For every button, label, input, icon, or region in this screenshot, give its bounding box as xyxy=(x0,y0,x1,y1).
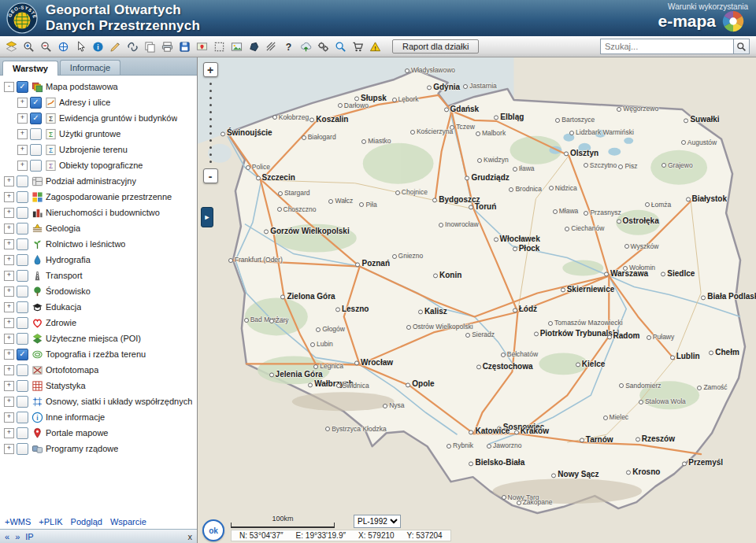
expander-icon[interactable]: + xyxy=(17,113,28,124)
layer-label[interactable]: Zdrowie xyxy=(46,318,76,327)
layer-checkbox[interactable] xyxy=(30,144,42,156)
layer-checkbox[interactable]: ✓ xyxy=(30,97,42,109)
layer-label[interactable]: Obiekty topograficzne xyxy=(59,161,143,170)
expander-icon[interactable]: + xyxy=(17,98,28,108)
expander-icon[interactable]: + xyxy=(4,397,14,407)
frame-icon[interactable] xyxy=(211,39,228,55)
zoom-level-dot[interactable] xyxy=(209,111,212,113)
podglad-link[interactable]: Podgląd xyxy=(71,517,102,526)
info-icon[interactable]: i xyxy=(90,39,106,55)
expander-icon[interactable]: + xyxy=(17,145,28,155)
zoom-level-dot[interactable] xyxy=(209,153,212,156)
layer-label[interactable]: Portale mapowe xyxy=(46,428,109,438)
expander-icon[interactable]: + xyxy=(4,349,14,360)
layer-checkbox[interactable] xyxy=(17,270,28,282)
copy-icon[interactable] xyxy=(142,39,158,55)
layer-label[interactable]: Ortofotomapa xyxy=(46,365,98,375)
pointer-icon[interactable] xyxy=(72,39,89,55)
settings-icon[interactable] xyxy=(315,39,332,55)
zoom-level-dot[interactable] xyxy=(209,104,212,106)
tab-informacje[interactable]: Informacje xyxy=(60,60,120,75)
zoom-level-dot[interactable] xyxy=(209,161,212,163)
parcel-report-button[interactable]: Raport dla działki xyxy=(392,39,479,54)
zoom-level-dot[interactable] xyxy=(209,118,212,120)
layers-icon[interactable] xyxy=(3,39,20,55)
layer-label[interactable]: Nieruchomości i budownictwo xyxy=(46,208,160,217)
layer-checkbox[interactable] xyxy=(17,364,28,376)
layer-checkbox[interactable] xyxy=(17,333,28,345)
layer-checkbox[interactable] xyxy=(30,128,42,140)
layer-checkbox[interactable] xyxy=(17,317,28,329)
zoom-out-button[interactable]: - xyxy=(203,168,218,183)
layer-label[interactable]: Rolnictwo i leśnictwo xyxy=(46,239,125,249)
plik-link[interactable]: +PLIK xyxy=(39,517,62,526)
layer-checkbox[interactable] xyxy=(17,238,28,250)
hatch-icon[interactable] xyxy=(263,39,280,55)
layer-checkbox[interactable] xyxy=(17,254,28,266)
expander-icon[interactable]: + xyxy=(4,318,14,328)
zoom-level-dot[interactable] xyxy=(209,139,212,142)
expander-icon[interactable]: + xyxy=(4,365,14,375)
ok-button[interactable]: ok xyxy=(202,519,224,541)
layer-label[interactable]: Uzbrojenie terenu xyxy=(59,145,128,154)
panel-collapse-button[interactable]: ► xyxy=(201,207,213,227)
layer-checkbox[interactable] xyxy=(30,160,42,172)
zoom-level-dot[interactable] xyxy=(209,83,212,85)
history-back-link[interactable]: « xyxy=(5,532,9,541)
expander-icon[interactable]: + xyxy=(4,286,14,297)
layer-label[interactable]: Ewidencja gruntów i budynków xyxy=(59,113,177,123)
projection-select[interactable]: PL-1992 xyxy=(354,515,401,528)
cloud-upload-icon[interactable] xyxy=(298,39,314,55)
layer-label[interactable]: Edukacja xyxy=(46,302,81,312)
expander-icon[interactable]: + xyxy=(4,239,14,249)
expander-icon[interactable]: + xyxy=(4,412,14,423)
layer-checkbox[interactable] xyxy=(17,301,28,313)
expander-icon[interactable]: + xyxy=(4,208,14,218)
layer-label[interactable]: Środowisko xyxy=(46,286,91,296)
expander-icon[interactable]: + xyxy=(4,176,14,187)
zoom-level-dot[interactable] xyxy=(209,90,212,92)
map-export-icon[interactable] xyxy=(194,39,210,55)
layer-checkbox[interactable] xyxy=(17,191,28,203)
save-icon[interactable] xyxy=(176,39,193,55)
layer-label[interactable]: Użyteczne miejsca (POI) xyxy=(46,334,141,343)
layer-label[interactable]: Adresy i ulice xyxy=(59,98,110,107)
wms-link[interactable]: +WMS xyxy=(5,517,31,526)
expander-icon[interactable]: + xyxy=(4,302,14,312)
layer-label[interactable]: Inne informacje xyxy=(46,412,105,422)
zoom-level-dot[interactable] xyxy=(209,146,212,149)
search-input[interactable] xyxy=(600,39,733,54)
zoom-level-dot[interactable] xyxy=(209,125,212,127)
emapa-brand[interactable]: e-mapa xyxy=(658,9,745,33)
zoom-level-dot[interactable] xyxy=(209,97,212,99)
expander-icon[interactable]: + xyxy=(4,444,14,454)
layer-label[interactable]: Podział administracyjny xyxy=(46,176,136,186)
expander-icon[interactable]: + xyxy=(17,129,28,139)
polygon-icon[interactable] xyxy=(246,39,262,55)
search-button[interactable] xyxy=(733,39,750,54)
layer-checkbox[interactable] xyxy=(17,380,28,392)
alert-icon[interactable]: ! xyxy=(367,39,384,55)
layer-label[interactable]: Osnowy, siatki i układy współrzędnych xyxy=(46,397,192,406)
layer-label[interactable]: Mapa podstawowa xyxy=(46,82,118,91)
layer-label[interactable]: Zagospodarowanie przestrzenne xyxy=(46,192,172,201)
history-forward-link[interactable]: » xyxy=(15,532,20,541)
terms-link[interactable]: Warunki wykorzystania xyxy=(668,2,748,11)
layer-label[interactable]: Użytki gruntowe xyxy=(59,129,120,139)
layer-checkbox[interactable]: ✓ xyxy=(30,113,42,124)
layer-checkbox[interactable]: ✓ xyxy=(17,81,28,93)
expander-icon[interactable]: + xyxy=(17,161,28,171)
layer-label[interactable]: Geologia xyxy=(46,223,80,233)
layer-checkbox[interactable] xyxy=(17,223,28,235)
panel-close-button[interactable]: x xyxy=(188,532,193,541)
layer-label[interactable]: Transport xyxy=(46,271,83,280)
expander-icon[interactable]: + xyxy=(4,223,14,234)
zoom-slider[interactable] xyxy=(209,77,212,168)
expander-icon[interactable]: + xyxy=(4,271,14,281)
layer-checkbox[interactable] xyxy=(17,427,28,439)
layer-checkbox[interactable] xyxy=(17,175,28,187)
expander-icon[interactable]: + xyxy=(4,381,14,391)
image-icon[interactable] xyxy=(228,39,245,55)
measure-icon[interactable] xyxy=(107,39,124,55)
layer-label[interactable]: Hydrografia xyxy=(46,255,91,264)
